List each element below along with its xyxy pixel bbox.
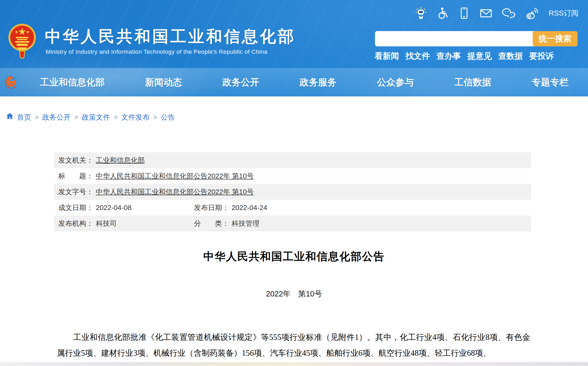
breadcrumb-announcement[interactable]: 公告 <box>161 113 175 122</box>
site-header: RSS订阅 中华人民共和国工业和信息化部 Ministry of Industr… <box>0 0 588 96</box>
meta-value-title[interactable]: 中华人民共和国工业和信息化部公告2022年 第10号 <box>96 171 254 181</box>
header-utility-icons: RSS订阅 <box>415 7 579 19</box>
breadcrumb-home[interactable]: 首页 <box>17 113 31 122</box>
weibo-icon[interactable] <box>525 7 539 19</box>
breadcrumb-policy-files[interactable]: 政策文件 <box>82 113 110 122</box>
meta-row-title: 标 题： 中华人民共和国工业和信息化部公告2022年 第10号 <box>54 168 531 184</box>
meta-label: 分 类： <box>194 219 229 228</box>
header-quick-links: 看新闻 找文件 查办事 提意见 查数据 要投诉 <box>375 51 554 62</box>
national-emblem-logo <box>8 22 36 62</box>
unified-search-button[interactable]: 统一搜索 <box>533 31 577 46</box>
ministry-subtitle-en: Ministry of Industry and Information Tec… <box>46 48 268 55</box>
accessibility-icon[interactable] <box>437 7 449 19</box>
meta-label: 发文机关： <box>58 155 93 165</box>
breadcrumb-file-release[interactable]: 文件发布 <box>121 113 150 122</box>
announcement-body-paragraph: 工业和信息化部批准《化工装置管道机械设计规定》等555项行业标准（见附件1）。其… <box>57 329 530 361</box>
meta-row-dates: 成文日期： 2022-04-08 发布日期： 2022-04-24 <box>54 200 531 216</box>
meta-label: 发布机构： <box>58 219 93 228</box>
breadcrumb-separator: > <box>34 114 39 121</box>
nav-item-gov-info[interactable]: 政务公开 <box>222 76 259 89</box>
nav-item-miit[interactable]: 工业和信息化部 <box>40 76 105 89</box>
quick-link-news[interactable]: 看新闻 <box>375 51 399 62</box>
robot-assistant-icon[interactable] <box>415 7 427 19</box>
miit-e-logo-icon <box>4 75 18 90</box>
next-section-edge <box>0 362 588 366</box>
announcement-issue-number: 2022年 第10号 <box>0 289 588 299</box>
quick-link-complaints[interactable]: 要投诉 <box>529 51 554 62</box>
quick-link-documents[interactable]: 找文件 <box>405 51 430 62</box>
quick-link-services[interactable]: 查办事 <box>436 51 461 62</box>
breadcrumb-gov-info[interactable]: 政务公开 <box>42 113 71 122</box>
unified-search-input[interactable] <box>375 31 528 46</box>
announcement-title: 中华人民共和国工业和信息化部公告 <box>0 249 588 264</box>
meta-label: 成文日期： <box>58 203 93 212</box>
meta-value-publish-date: 2022-04-24 <box>232 204 268 212</box>
nav-item-special-topics[interactable]: 专题专栏 <box>532 76 568 89</box>
meta-label: 发布日期： <box>194 203 229 212</box>
nav-items: 工业和信息化部 新闻动态 政务公开 政务服务 公众参与 工信数据 专题专栏 <box>40 68 568 96</box>
nav-item-news[interactable]: 新闻动态 <box>145 76 182 89</box>
breadcrumb-separator: > <box>113 114 118 121</box>
meta-row-publisher-category: 发布机构： 科技司 分 类： 科技管理 <box>54 216 531 231</box>
meta-row-issuing-agency: 发文机关： 工业和信息化部 <box>54 152 531 168</box>
meta-label: 标 题： <box>58 171 93 181</box>
wechat-icon[interactable] <box>502 7 516 19</box>
home-icon[interactable] <box>6 112 14 122</box>
meta-value-written-date: 2022-04-08 <box>96 204 132 212</box>
nav-item-gov-services[interactable]: 政务服务 <box>300 76 337 89</box>
main-navbar: 工业和信息化部 新闻动态 政务公开 政务服务 公众参与 工信数据 专题专栏 <box>0 68 588 96</box>
meta-value-publishing-org: 科技司 <box>96 219 117 228</box>
document-meta-table: 发文机关： 工业和信息化部 标 题： 中华人民共和国工业和信息化部公告2022年… <box>54 152 531 231</box>
nav-item-it-data[interactable]: 工信数据 <box>454 76 491 89</box>
unified-search-bar: 统一搜索 <box>375 31 577 46</box>
meta-row-document-number: 发文字号： 中华人民共和国工业和信息化部公告2022年 第10号 <box>54 184 531 200</box>
rss-subscribe-link[interactable]: RSS订阅 <box>548 8 579 18</box>
miit-gov-page: RSS订阅 中华人民共和国工业和信息化部 Ministry of Industr… <box>0 0 588 366</box>
meta-value-document-number[interactable]: 中华人民共和国工业和信息化部公告2022年 第10号 <box>96 187 254 197</box>
breadcrumb-separator: > <box>74 114 79 121</box>
breadcrumb-separator: > <box>153 114 158 121</box>
meta-value-category: 科技管理 <box>232 219 260 228</box>
quick-link-suggestions[interactable]: 提意见 <box>467 51 492 62</box>
mail-icon[interactable] <box>479 7 493 19</box>
meta-value-issuing-agency[interactable]: 工业和信息化部 <box>96 155 145 165</box>
quick-link-data[interactable]: 查数据 <box>498 51 523 62</box>
nav-item-public-participation[interactable]: 公众参与 <box>377 76 414 89</box>
ministry-title: 中华人民共和国工业和信息化部 <box>45 26 296 47</box>
mobile-icon[interactable] <box>458 7 470 19</box>
breadcrumb: 首页 > 政务公开 > 政策文件 > 文件发布 > 公告 <box>6 112 175 122</box>
meta-label: 发文字号： <box>58 187 93 197</box>
